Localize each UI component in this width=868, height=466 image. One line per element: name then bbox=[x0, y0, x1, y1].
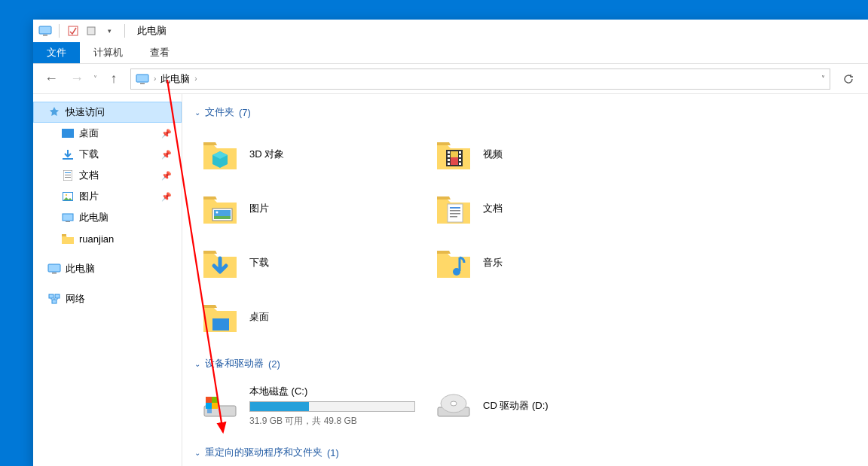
item-name: 视频 bbox=[483, 148, 656, 161]
nav-pictures[interactable]: 图片 📌 bbox=[33, 186, 182, 207]
nav-label: 图片 bbox=[79, 190, 99, 203]
item-pictures[interactable]: 图片 bbox=[194, 181, 428, 236]
nav-quick-access[interactable]: 快速访问 bbox=[33, 102, 182, 123]
back-button[interactable]: ← bbox=[42, 70, 60, 88]
svg-rect-18 bbox=[48, 264, 60, 272]
window-title: 此电脑 bbox=[137, 24, 167, 38]
svg-point-14 bbox=[66, 194, 67, 196]
group-count: (7) bbox=[239, 107, 251, 118]
group-folders-header[interactable]: ⌄ 文件夹 (7) bbox=[194, 102, 856, 123]
redirected-grid: XTZJ-20230406YH 上的 E bbox=[194, 463, 856, 466]
this-pc-icon bbox=[47, 262, 61, 276]
folders-grid: 3D 对象 视频 图片 bbox=[194, 123, 856, 353]
this-pc-icon bbox=[136, 74, 149, 84]
svg-point-43 bbox=[453, 268, 460, 276]
pin-icon: 📌 bbox=[161, 129, 172, 139]
quick-access-toolbar: ▾ bbox=[38, 23, 117, 38]
svg-point-54 bbox=[451, 401, 457, 406]
nav-downloads[interactable]: 下载 📌 bbox=[33, 144, 182, 165]
breadcrumb-location[interactable]: 此电脑 bbox=[160, 72, 190, 86]
pin-icon: 📌 bbox=[161, 150, 172, 160]
dropdown-icon[interactable] bbox=[84, 23, 99, 38]
svg-rect-27 bbox=[448, 163, 450, 165]
group-count: (1) bbox=[327, 447, 339, 458]
this-pc-icon bbox=[61, 211, 75, 224]
svg-rect-1 bbox=[43, 35, 47, 36]
document-icon bbox=[61, 169, 75, 182]
nav-label: 快速访问 bbox=[66, 105, 105, 119]
item-name: CD 驱动器 (D:) bbox=[483, 399, 656, 413]
explorer-window: ▾ 此电脑 文件 计算机 查看 ← → ˅ ↑ › 此电脑 › ˅ bbox=[33, 20, 868, 466]
item-desktop[interactable]: 桌面 bbox=[194, 290, 428, 344]
properties-icon[interactable] bbox=[66, 23, 81, 38]
svg-rect-15 bbox=[63, 214, 73, 221]
refresh-button[interactable] bbox=[838, 69, 859, 90]
svg-rect-50 bbox=[206, 403, 212, 409]
svg-point-37 bbox=[216, 212, 219, 214]
nav-label: 此电脑 bbox=[79, 211, 108, 224]
tab-computer[interactable]: 计算机 bbox=[80, 42, 136, 63]
item-videos[interactable]: 视频 bbox=[428, 127, 662, 181]
pictures-icon bbox=[200, 188, 240, 229]
group-devices-header[interactable]: ⌄ 设备和驱动器 (2) bbox=[194, 353, 856, 374]
nav-network[interactable]: 网络 bbox=[33, 288, 182, 309]
svg-rect-22 bbox=[52, 300, 57, 303]
pin-icon: 📌 bbox=[161, 171, 172, 181]
tab-view[interactable]: 查看 bbox=[136, 42, 183, 63]
svg-rect-48 bbox=[206, 397, 212, 403]
music-icon bbox=[433, 242, 474, 283]
item-music[interactable]: 音乐 bbox=[428, 236, 662, 290]
nav-label: ruanjian bbox=[79, 233, 114, 245]
svg-rect-31 bbox=[459, 163, 461, 165]
breadcrumb-sep: › bbox=[154, 75, 156, 83]
download-icon bbox=[61, 148, 75, 161]
svg-rect-49 bbox=[212, 397, 218, 403]
this-pc-icon bbox=[38, 23, 53, 38]
nav-label: 网络 bbox=[66, 292, 85, 306]
svg-rect-28 bbox=[459, 151, 461, 154]
address-bar[interactable]: › 此电脑 › ˅ bbox=[130, 69, 830, 90]
item-name: 音乐 bbox=[483, 256, 656, 270]
drive-free-text: 31.9 GB 可用，共 49.8 GB bbox=[249, 415, 423, 428]
svg-rect-29 bbox=[459, 155, 461, 157]
item-3d-objects[interactable]: 3D 对象 bbox=[194, 127, 428, 181]
forward-button[interactable]: → bbox=[68, 70, 86, 88]
item-documents[interactable]: 文档 bbox=[428, 181, 662, 236]
chevron-down-icon[interactable]: ▾ bbox=[102, 23, 117, 38]
item-downloads[interactable]: 下载 bbox=[194, 236, 428, 290]
svg-rect-17 bbox=[62, 234, 66, 236]
tab-file[interactable]: 文件 bbox=[33, 42, 80, 63]
nav-label: 桌面 bbox=[79, 126, 99, 140]
pictures-icon bbox=[61, 190, 75, 203]
svg-rect-30 bbox=[459, 159, 461, 161]
item-drive-d[interactable]: CD 驱动器 (D:) bbox=[428, 379, 662, 433]
svg-rect-25 bbox=[448, 155, 450, 157]
group-redirected-header[interactable]: ⌄ 重定向的驱动程序和文件夹 (1) bbox=[194, 442, 856, 463]
svg-rect-41 bbox=[450, 213, 460, 215]
folder-icon bbox=[61, 232, 75, 245]
chevron-down-icon: ⌄ bbox=[194, 108, 200, 117]
up-button[interactable]: ↑ bbox=[105, 70, 123, 88]
nav-desktop[interactable]: 桌面 📌 bbox=[33, 123, 182, 144]
address-dropdown-icon[interactable]: ˅ bbox=[821, 75, 825, 83]
item-name: 图片 bbox=[249, 202, 423, 215]
nav-this-pc[interactable]: 此电脑 bbox=[33, 258, 182, 279]
content-area: ⌄ 文件夹 (7) 3D 对象 视频 bbox=[182, 94, 868, 466]
svg-rect-10 bbox=[65, 175, 71, 175]
nav-this-pc-shortcut[interactable]: 此电脑 bbox=[33, 207, 182, 228]
nav-ruanjian[interactable]: ruanjian bbox=[33, 228, 182, 249]
item-name: 文档 bbox=[483, 202, 656, 215]
history-dropdown-icon[interactable]: ˅ bbox=[93, 75, 97, 83]
svg-rect-2 bbox=[69, 26, 78, 35]
item-drive-c[interactable]: 本地磁盘 (C:) 31.9 GB 可用，共 49.8 GB bbox=[194, 379, 428, 433]
group-label: 文件夹 bbox=[205, 105, 234, 119]
group-label: 设备和驱动器 bbox=[205, 357, 264, 370]
svg-rect-5 bbox=[140, 83, 145, 84]
group-label: 重定向的驱动程序和文件夹 bbox=[205, 446, 322, 459]
breadcrumb-sep: › bbox=[194, 75, 197, 83]
svg-rect-46 bbox=[207, 409, 212, 413]
svg-rect-42 bbox=[450, 216, 457, 218]
ribbon: 文件 计算机 查看 bbox=[33, 42, 868, 64]
nav-documents[interactable]: 文档 📌 bbox=[33, 165, 182, 186]
svg-rect-32 bbox=[451, 151, 458, 157]
